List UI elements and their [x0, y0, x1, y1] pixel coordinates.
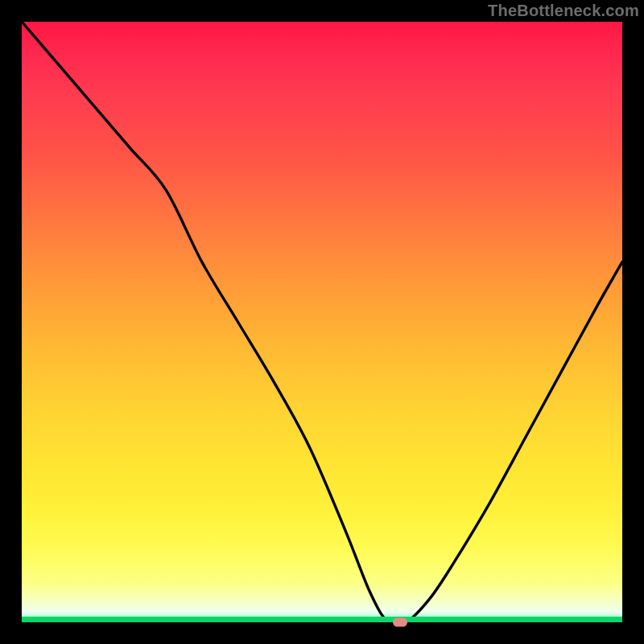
optimal-point-marker: [393, 618, 407, 627]
plot-area: [22, 22, 622, 622]
watermark-text: TheBottleneck.com: [488, 2, 639, 20]
green-baseline-band: [22, 617, 622, 622]
bottleneck-curve: [22, 22, 622, 622]
chart-frame: TheBottleneck.com: [0, 0, 644, 644]
curve-path: [22, 22, 622, 622]
